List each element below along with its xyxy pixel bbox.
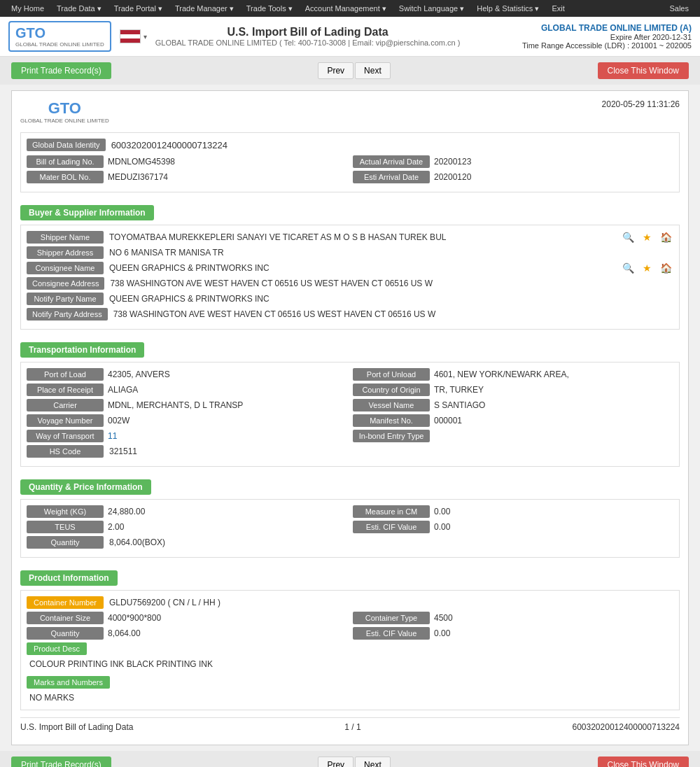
shipper-address-value: NO 6 MANISA TR MANISA TR [109, 248, 673, 258]
prev-button-top[interactable]: Prev [318, 62, 354, 79]
consignee-home-icon[interactable]: 🏠 [659, 262, 673, 274]
product-desc-value: COLOUR PRINTING INK BLACK PRINTING INK [27, 658, 673, 670]
consignee-address-value: 738 WASHINGTON AVE WEST HAVEN CT 06516 U… [110, 279, 673, 288]
voyage-col: Voyage Number 002W [27, 414, 347, 427]
transport-inbond-row: Way of Transport 11 In-bond Entry Type [27, 430, 673, 442]
qp-quantity-value: 8,064.00(BOX) [109, 537, 673, 547]
shipper-star-icon[interactable]: ★ [641, 232, 653, 243]
next-button-bottom[interactable]: Next [355, 757, 391, 767]
buyer-supplier-block: Shipper Name TOYOMATBAA MUREKKEPLERI SAN… [20, 225, 680, 330]
measure-cm-value: 0.00 [434, 507, 673, 516]
product-quantity-label: Quantity [27, 627, 104, 640]
inbond-entry-col: In-bond Entry Type [353, 430, 673, 442]
nav-switch-lang[interactable]: Switch Language ▾ [393, 1, 470, 16]
notify-party-address-label: Notify Party Address [27, 308, 108, 321]
way-transport-col: Way of Transport 11 [27, 430, 347, 442]
pagination-bottom: Prev Next [318, 757, 390, 767]
close-button-top[interactable]: Close This Window [598, 62, 689, 79]
flag-arrow[interactable]: ▾ [144, 33, 147, 41]
shipper-home-icon[interactable]: 🏠 [659, 232, 673, 243]
esti-cif-label: Esti. CIF Value [353, 521, 430, 533]
measure-col: Measure in CM 0.00 [353, 505, 673, 518]
container-size-type-row: Container Size 4000*900*800 Container Ty… [27, 612, 673, 624]
product-desc-label: Product Desc [27, 642, 87, 655]
measure-cm-label: Measure in CM [353, 505, 430, 518]
nav-account-mgmt[interactable]: Account Management ▾ [300, 1, 392, 16]
nav-trade-manager[interactable]: Trade Manager ▾ [169, 1, 239, 16]
way-of-transport-value: 11 [108, 431, 347, 441]
print-button-bottom[interactable]: Print Trade Record(s) [11, 757, 111, 767]
manifest-no-label: Manifest No. [353, 414, 430, 427]
vessel-name-label: Vessel Name [353, 399, 430, 411]
nav-trade-data[interactable]: Trade Data ▾ [51, 1, 107, 16]
place-of-receipt-col: Place of Receipt ALIAGA [27, 384, 347, 396]
product-qty-cif-row: Quantity 8,064.00 Esti. CIF Value 0.00 [27, 627, 673, 640]
close-button-bottom[interactable]: Close This Window [598, 757, 689, 767]
shipper-search-icon[interactable]: 🔍 [621, 232, 636, 243]
expire-date: Expire After 2020-12-31 [522, 33, 692, 41]
nav-trade-portal[interactable]: Trade Portal ▾ [108, 1, 168, 16]
print-button-top[interactable]: Print Trade Record(s) [11, 62, 111, 79]
next-button-top[interactable]: Next [355, 62, 391, 79]
product-info-section: Product Information Container Number GLD… [20, 565, 680, 710]
nav-my-home[interactable]: My Home [6, 1, 50, 16]
footer-center: 1 / 1 [344, 722, 360, 732]
marks-label: Marks and Numbers [27, 676, 110, 689]
esti-arrival-label: Esti Arrival Date [353, 171, 430, 183]
port-of-load-value: 42305, ANVERS [108, 370, 347, 379]
hs-code-value: 321511 [109, 446, 673, 456]
transportation-block: Port of Load 42305, ANVERS Port of Unloa… [20, 362, 680, 467]
product-esti-cif-label: Esti. CIF Value [353, 627, 430, 640]
shipper-address-label: Shipper Address [27, 246, 104, 259]
weight-col: Weight (KG) 24,880.00 [27, 505, 347, 518]
identity-section: Global Data Identity 6003202001240000071… [20, 132, 680, 192]
nav-sales[interactable]: Sales [664, 1, 694, 15]
esti-arrival-col: Esti Arrival Date 20200120 [353, 171, 673, 183]
teus-col: TEUS 2.00 [27, 521, 347, 533]
port-row: Port of Load 42305, ANVERS Port of Unloa… [27, 368, 673, 381]
nav-exit[interactable]: Exit [546, 1, 570, 16]
notify-party-address-row: Notify Party Address 738 WASHINGTON AVE … [27, 308, 673, 321]
manifest-no-value: 000001 [434, 416, 673, 425]
vessel-col: Vessel Name S SANTIAGO [353, 399, 673, 411]
bol-no-label: Bill of Lading No. [27, 155, 104, 168]
master-bol-label: Mater BOL No. [27, 171, 104, 183]
footer-left: U.S. Import Bill of Lading Data [20, 722, 133, 732]
top-action-bar: Print Trade Record(s) Prev Next Close Th… [0, 57, 700, 85]
container-size-col: Container Size 4000*900*800 [27, 612, 347, 624]
way-of-transport-label: Way of Transport [27, 430, 104, 442]
consignee-search-icon[interactable]: 🔍 [621, 262, 636, 274]
country-origin-col: Country of Origin TR, TURKEY [353, 384, 673, 396]
consignee-star-icon[interactable]: ★ [641, 262, 653, 274]
transportation-section: Transportation Information Port of Load … [20, 337, 680, 467]
footer-right: 60032020012400000713224 [573, 722, 680, 732]
notify-party-label: Notify Party Name [27, 293, 104, 305]
product-qty-col: Quantity 8,064.00 [27, 627, 347, 640]
carrier-value: MDNL, MERCHANTS, D L TRANSP [108, 400, 347, 410]
logo-text: GTO [15, 25, 104, 41]
country-of-origin-label: Country of Origin [353, 384, 430, 396]
record-logo: GTO GLOBAL TRADE ONLINE LIMITED [20, 99, 109, 124]
container-size-value: 4000*900*800 [108, 613, 347, 623]
header-left: GTO GLOBAL TRADE ONLINE LIMITED ▾ U.S. I… [8, 21, 460, 52]
esti-arrival-value: 20200120 [434, 172, 673, 182]
actual-arrival-col: Actual Arrival Date 20200123 [353, 155, 673, 168]
nav-links: My Home Trade Data ▾ Trade Portal ▾ Trad… [6, 1, 570, 16]
notify-party-value: QUEEN GRAPHICS & PRINTWORKS INC [109, 294, 673, 304]
bol-row: Bill of Lading No. MDNLOMG45398 Actual A… [27, 155, 673, 168]
place-of-receipt-value: ALIAGA [108, 385, 347, 395]
global-id-row: Global Data Identity 6003202001240000071… [27, 139, 673, 151]
esti-cif-col: Esti. CIF Value 0.00 [353, 521, 673, 533]
shipper-name-row: Shipper Name TOYOMATBAA MUREKKEPLERI SAN… [27, 231, 673, 244]
product-info-header: Product Information [20, 570, 118, 586]
shipper-name-value: TOYOMATBAA MUREKKEPLERI SANAYI VE TICARE… [109, 232, 615, 242]
pagination-top: Prev Next [318, 62, 390, 79]
port-load-col: Port of Load 42305, ANVERS [27, 368, 347, 381]
prev-button-bottom[interactable]: Prev [318, 757, 354, 767]
buyer-supplier-header: Buyer & Supplier Information [20, 205, 154, 220]
teus-cif-row: TEUS 2.00 Esti. CIF Value 0.00 [27, 521, 673, 533]
us-flag [120, 29, 141, 43]
nav-trade-tools[interactable]: Trade Tools ▾ [241, 1, 298, 16]
nav-help-stats[interactable]: Help & Statistics ▾ [471, 1, 545, 16]
esti-cif-value: 0.00 [434, 522, 673, 532]
